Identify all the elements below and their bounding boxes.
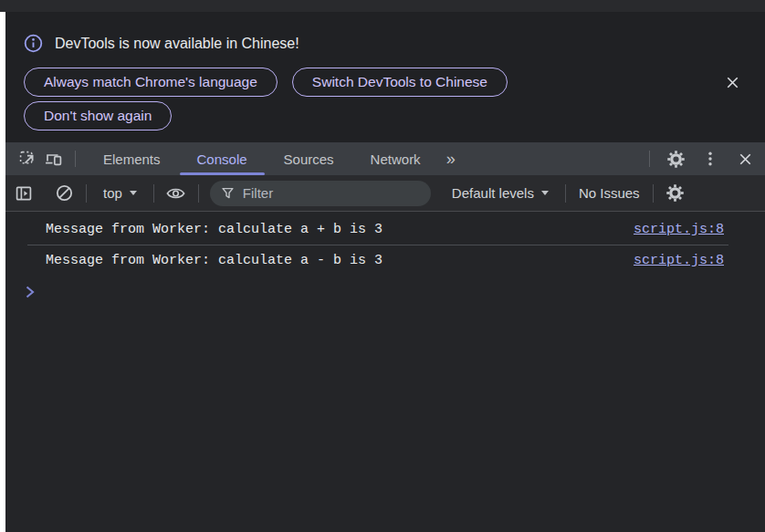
- console-prompt-chevron-icon: [25, 285, 36, 299]
- info-icon: [24, 34, 43, 53]
- dont-show-again-button[interactable]: Don't show again: [24, 101, 172, 130]
- separator: [75, 151, 76, 167]
- separator: [649, 151, 650, 167]
- devtools-panel: DevTools is now available in Chinese! Al…: [5, 12, 765, 532]
- log-levels-selector[interactable]: Default levels: [445, 185, 556, 201]
- message-text: Message from Worker: calculate a + b is …: [46, 222, 634, 237]
- filter-input[interactable]: [243, 185, 420, 201]
- kebab-menu-icon: [701, 150, 719, 168]
- language-banner: DevTools is now available in Chinese! Al…: [5, 12, 765, 142]
- gear-icon: [665, 183, 685, 203]
- source-location-link[interactable]: script.js:8: [634, 253, 724, 268]
- close-icon: [724, 74, 741, 91]
- clear-console-icon: [55, 183, 74, 203]
- toggle-device-toolbar-button[interactable]: [40, 146, 66, 172]
- chevron-down-icon: [541, 191, 549, 195]
- console-sidebar-icon: [15, 184, 33, 203]
- separator: [86, 184, 87, 203]
- console-message: Message from Worker: calculate a + b is …: [5, 214, 765, 245]
- inspect-element-button[interactable]: [15, 146, 40, 172]
- window-top-strip: [0, 0, 765, 12]
- show-console-sidebar-button[interactable]: [11, 181, 37, 206]
- separator: [565, 184, 566, 203]
- separator: [198, 184, 199, 203]
- console-filter: [210, 181, 431, 206]
- javascript-context-selector[interactable]: top: [96, 185, 144, 201]
- filter-funnel-icon: [221, 186, 235, 200]
- close-devtools-button[interactable]: [732, 146, 758, 172]
- gear-icon: [666, 150, 686, 169]
- banner-title: DevTools is now available in Chinese!: [55, 36, 299, 52]
- clear-console-button[interactable]: [51, 181, 77, 206]
- tab-console[interactable]: Console: [179, 142, 266, 175]
- issues-counter[interactable]: No Issues: [575, 185, 644, 201]
- eye-icon: [165, 184, 186, 203]
- settings-button[interactable]: [663, 146, 688, 172]
- message-text: Message from Worker: calculate a - b is …: [46, 253, 634, 268]
- tab-network[interactable]: Network: [352, 142, 439, 175]
- chevron-down-icon: [130, 191, 137, 195]
- tab-sources[interactable]: Sources: [266, 142, 352, 175]
- create-live-expression-button[interactable]: [163, 181, 189, 206]
- match-chrome-language-button[interactable]: Always match Chrome's language: [24, 68, 278, 97]
- inspect-icon: [18, 150, 37, 168]
- source-location-link[interactable]: script.js:8: [634, 222, 724, 237]
- console-message: Message from Worker: calculate a - b is …: [5, 245, 765, 276]
- close-icon: [737, 151, 754, 168]
- devtools-tabbar: Elements Console Sources Network »: [5, 142, 765, 175]
- more-tabs-button[interactable]: »: [439, 142, 463, 175]
- separator: [653, 184, 654, 203]
- console-messages-area[interactable]: Message from Worker: calculate a + b is …: [5, 212, 765, 532]
- device-toolbar-icon: [44, 150, 63, 168]
- separator: [153, 184, 154, 203]
- console-toolbar: top Default levels No Issues: [5, 175, 765, 212]
- banner-close-button[interactable]: [719, 69, 745, 95]
- customize-devtools-button[interactable]: [697, 146, 723, 172]
- console-prompt[interactable]: [5, 276, 765, 299]
- switch-devtools-chinese-button[interactable]: Switch DevTools to Chinese: [292, 68, 508, 97]
- tab-elements[interactable]: Elements: [85, 142, 179, 175]
- console-settings-button[interactable]: [663, 181, 688, 206]
